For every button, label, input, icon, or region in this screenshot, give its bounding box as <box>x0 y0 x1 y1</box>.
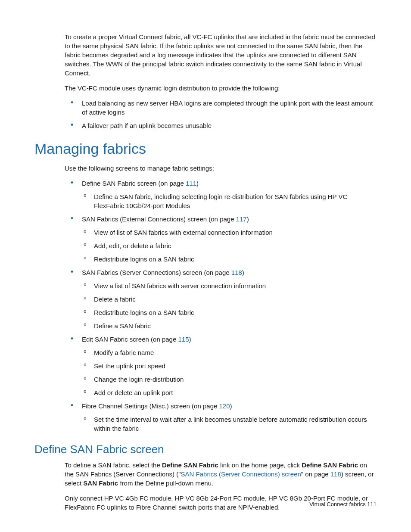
page-link[interactable]: 118 <box>330 470 341 478</box>
list-item: Load balancing as new server HBA logins … <box>65 99 377 117</box>
bold-text: Define SAN Fabric <box>162 461 218 469</box>
intro-para-1: To create a proper Virtual Connect fabri… <box>65 32 377 78</box>
list-item: Define SAN Fabric screen (on page 111) D… <box>65 179 377 210</box>
sub-item: Set the uplink port speed <box>82 361 377 370</box>
sub-item: Define a SAN fabric, including selecting… <box>82 192 377 210</box>
text: Fibre Channel Settings (Misc.) screen (o… <box>82 402 219 410</box>
text: ) <box>242 269 244 276</box>
define-para-1: To define a SAN fabric, select the Defin… <box>65 460 377 488</box>
list-item: Edit SAN Fabric screen (on page 115) Mod… <box>65 335 377 397</box>
sub-item: View of list of SAN fabrics with externa… <box>82 228 377 237</box>
page-link[interactable]: 115 <box>178 336 189 343</box>
page-link[interactable]: 111 <box>186 180 196 187</box>
text: SAN Fabrics (External Connections) scree… <box>82 215 236 223</box>
page-link[interactable]: 117 <box>236 215 247 223</box>
text: ) <box>247 215 249 223</box>
sub-item: Set the time interval to wait after a li… <box>82 415 377 433</box>
bold-text: Define SAN Fabric <box>302 461 358 469</box>
sub-item: View a list of SAN fabrics with server c… <box>82 281 377 290</box>
text: SAN Fabrics (Server Connections) screen … <box>82 269 231 276</box>
sub-item: Redistribute logins on a SAN fabric <box>82 308 377 317</box>
heading-define-san-fabric: Define SAN Fabric screen <box>34 442 377 457</box>
list-item: A failover path if an uplink becomes unu… <box>65 121 377 130</box>
sub-item: Add or delete an uplink port <box>82 388 377 397</box>
page-link[interactable]: 120 <box>219 402 230 410</box>
sub-item: Modify a fabric name <box>82 348 377 357</box>
sub-item: Change the login re-distribution <box>82 375 377 384</box>
text: ) <box>189 336 191 343</box>
text: Edit SAN Fabric screen (on page <box>82 336 178 343</box>
text: Define SAN Fabric screen (on page <box>82 180 186 187</box>
bold-text: SAN Fabric <box>83 479 118 487</box>
page-footer: Virtual Connect fabrics 111 <box>309 501 377 508</box>
list-item: SAN Fabrics (Server Connections) screen … <box>65 268 377 330</box>
sub-item: Define a SAN fabric <box>82 321 377 330</box>
cross-ref-link[interactable]: SAN Fabrics (Server Connections) screen <box>181 470 301 478</box>
intro-list: Load balancing as new server HBA logins … <box>65 99 377 130</box>
page-link[interactable]: 118 <box>231 269 242 276</box>
sub-item: Add, edit, or delete a fabric <box>82 241 377 250</box>
text: ) <box>230 402 232 410</box>
intro-para-2: The VC-FC module uses dynamic login dist… <box>65 84 377 93</box>
list-item: Fibre Channel Settings (Misc.) screen (o… <box>65 401 377 433</box>
heading-managing-fabrics: Managing fabrics <box>34 139 377 159</box>
managing-intro: Use the following screens to manage fabr… <box>65 164 377 173</box>
sub-item: Delete a fabric <box>82 295 377 304</box>
managing-list: Define SAN Fabric screen (on page 111) D… <box>65 179 377 433</box>
text: ) <box>196 180 199 187</box>
sub-item: Redistribute logins on a SAN fabric <box>82 255 377 264</box>
list-item: SAN Fabrics (External Connections) scree… <box>65 215 377 264</box>
